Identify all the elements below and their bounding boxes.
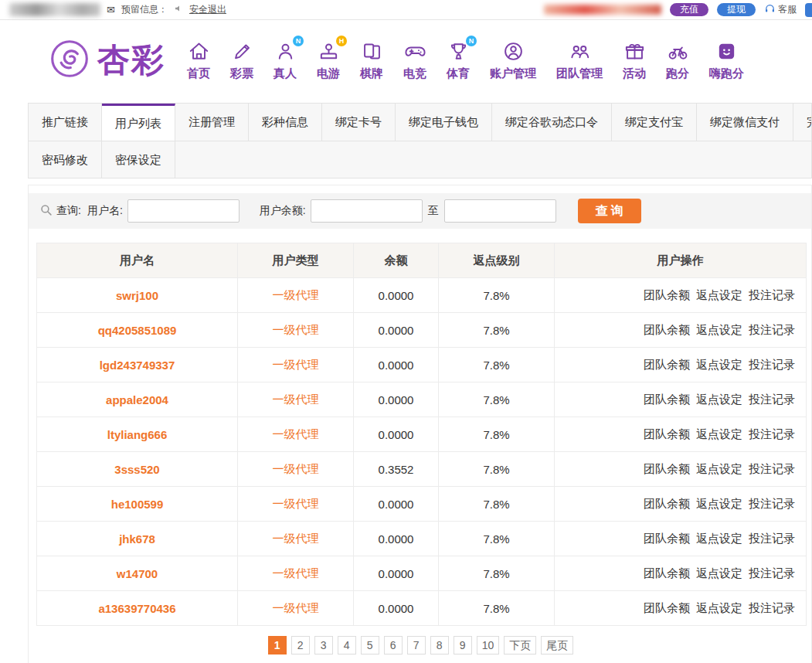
tab-item[interactable]: 密码修改 <box>29 141 102 178</box>
action-bet-records[interactable]: 投注记录 <box>749 358 795 371</box>
nav-item-paofen[interactable]: 跑分 <box>666 40 689 81</box>
user-type-link[interactable]: 一级代理 <box>273 358 319 371</box>
page-button[interactable]: 3 <box>314 636 333 654</box>
nav-item-activity[interactable]: 活动 <box>623 40 646 81</box>
mail-icon[interactable]: ✉ <box>107 4 115 15</box>
tab-item[interactable]: 绑定微信支付 <box>697 104 793 141</box>
action-bet-records[interactable]: 投注记录 <box>749 288 795 301</box>
username-link[interactable]: appale2004 <box>106 393 168 406</box>
action-team-balance[interactable]: 团队余额 <box>644 462 690 475</box>
action-rebate-setting[interactable]: 返点设定 <box>696 323 742 336</box>
action-team-balance[interactable]: 团队余额 <box>644 323 690 336</box>
page-button[interactable]: 1 <box>268 636 287 654</box>
username-link[interactable]: he100599 <box>111 498 164 511</box>
nav-item-egame[interactable]: H电游 <box>317 40 340 81</box>
action-rebate-setting[interactable]: 返点设定 <box>696 358 742 371</box>
last-page-button[interactable]: 尾页 <box>541 636 573 654</box>
user-type-link[interactable]: 一级代理 <box>273 393 319 406</box>
page-button[interactable]: 7 <box>407 636 426 654</box>
action-rebate-setting[interactable]: 返点设定 <box>696 601 742 614</box>
username-link[interactable]: jhk678 <box>119 532 155 546</box>
action-rebate-setting[interactable]: 返点设定 <box>696 462 742 475</box>
site-logo[interactable]: 杏彩 <box>48 37 165 83</box>
recharge-button[interactable]: 充值 <box>670 3 708 16</box>
nav-item-team[interactable]: 团队管理 <box>556 40 603 81</box>
nav-item-chess[interactable]: 棋牌 <box>360 40 383 81</box>
action-bet-records[interactable]: 投注记录 <box>749 532 795 545</box>
logout-link[interactable]: 安全退出 <box>189 3 226 16</box>
nav-item-account[interactable]: 账户管理 <box>490 40 536 81</box>
nav-item-lottery[interactable]: 彩票 <box>230 40 253 81</box>
tab-item[interactable]: 完善资料 <box>793 104 811 141</box>
user-type-link[interactable]: 一级代理 <box>273 288 319 301</box>
username-link[interactable]: w14700 <box>117 567 158 580</box>
tab-item[interactable]: 绑定谷歌动态口令 <box>492 104 612 141</box>
partial-cutoff-icon[interactable] <box>805 3 812 17</box>
action-team-balance[interactable]: 团队余额 <box>644 532 690 545</box>
user-type-link[interactable]: 一级代理 <box>273 601 319 614</box>
tab-item[interactable]: 用户列表 <box>102 104 175 141</box>
action-bet-records[interactable]: 投注记录 <box>749 427 795 440</box>
nav-item-home[interactable]: 首页 <box>187 40 210 81</box>
next-page-button[interactable]: 下页 <box>504 636 536 654</box>
username-link[interactable]: qq4205851089 <box>98 324 177 337</box>
username-link[interactable]: 3sss520 <box>114 463 159 476</box>
page-button[interactable]: 10 <box>477 636 500 654</box>
action-rebate-setting[interactable]: 返点设定 <box>696 393 742 406</box>
balance-min-input[interactable] <box>311 199 423 223</box>
action-team-balance[interactable]: 团队余额 <box>644 427 690 440</box>
customer-service-link[interactable]: 客服 <box>764 3 797 17</box>
user-type-link[interactable]: 一级代理 <box>273 532 319 545</box>
user-type-link[interactable]: 一级代理 <box>273 427 319 440</box>
action-bet-records[interactable]: 投注记录 <box>749 462 795 475</box>
tab-item[interactable]: 彩种信息 <box>249 104 322 141</box>
username-link[interactable]: a13639770436 <box>98 602 175 615</box>
user-type-link[interactable]: 一级代理 <box>273 323 319 336</box>
action-rebate-setting[interactable]: 返点设定 <box>696 288 742 301</box>
action-bet-records[interactable]: 投注记录 <box>749 393 795 406</box>
search-button[interactable]: 查 询 <box>578 199 641 223</box>
action-team-balance[interactable]: 团队余额 <box>644 358 690 371</box>
page-button[interactable]: 8 <box>430 636 449 654</box>
user-type-link[interactable]: 一级代理 <box>273 566 319 580</box>
page-button[interactable]: 2 <box>291 636 310 654</box>
nav-item-esports[interactable]: 电竞 <box>403 40 426 81</box>
table-row: w14700一级代理0.00007.8%团队余额返点设定投注记录 <box>37 556 807 591</box>
page-button[interactable]: 9 <box>454 636 472 654</box>
page-button[interactable]: 4 <box>338 636 356 654</box>
tab-item[interactable]: 绑定卡号 <box>322 104 396 141</box>
balance-value: 0.0000 <box>354 522 439 556</box>
nav-item-hipaofen[interactable]: 嗨跑分 <box>709 40 744 81</box>
username-link[interactable]: ltyliang666 <box>107 428 168 441</box>
username-link[interactable]: lgd243749337 <box>100 359 175 372</box>
action-team-balance[interactable]: 团队余额 <box>644 393 690 406</box>
action-bet-records[interactable]: 投注记录 <box>749 566 795 580</box>
user-type-link[interactable]: 一级代理 <box>273 462 319 475</box>
nav-item-live[interactable]: N真人 <box>273 40 297 81</box>
balance-max-input[interactable] <box>444 199 556 223</box>
action-team-balance[interactable]: 团队余额 <box>644 566 690 580</box>
user-type-link[interactable]: 一级代理 <box>273 497 319 510</box>
action-team-balance[interactable]: 团队余额 <box>644 497 690 510</box>
topbar-right: 充值 提现 客服 <box>544 3 812 17</box>
action-bet-records[interactable]: 投注记录 <box>749 323 795 336</box>
username-link[interactable]: swrj100 <box>116 289 158 302</box>
action-rebate-setting[interactable]: 返点设定 <box>696 532 742 545</box>
action-rebate-setting[interactable]: 返点设定 <box>696 566 742 580</box>
action-team-balance[interactable]: 团队余额 <box>644 601 690 614</box>
action-team-balance[interactable]: 团队余额 <box>644 288 690 301</box>
tab-item[interactable]: 密保设定 <box>102 141 175 178</box>
action-rebate-setting[interactable]: 返点设定 <box>696 427 742 440</box>
action-rebate-setting[interactable]: 返点设定 <box>696 497 742 510</box>
tab-item[interactable]: 推广链接 <box>29 104 102 141</box>
tab-item[interactable]: 绑定支付宝 <box>612 104 697 141</box>
nav-item-sports[interactable]: N体育 <box>447 40 470 81</box>
action-bet-records[interactable]: 投注记录 <box>749 497 795 510</box>
tab-item[interactable]: 绑定电子钱包 <box>396 104 492 141</box>
page-button[interactable]: 5 <box>361 636 379 654</box>
tab-item[interactable]: 注册管理 <box>175 104 249 141</box>
action-bet-records[interactable]: 投注记录 <box>749 601 795 614</box>
username-input[interactable] <box>127 199 240 223</box>
page-button[interactable]: 6 <box>384 636 403 654</box>
withdraw-button[interactable]: 提现 <box>717 3 756 16</box>
